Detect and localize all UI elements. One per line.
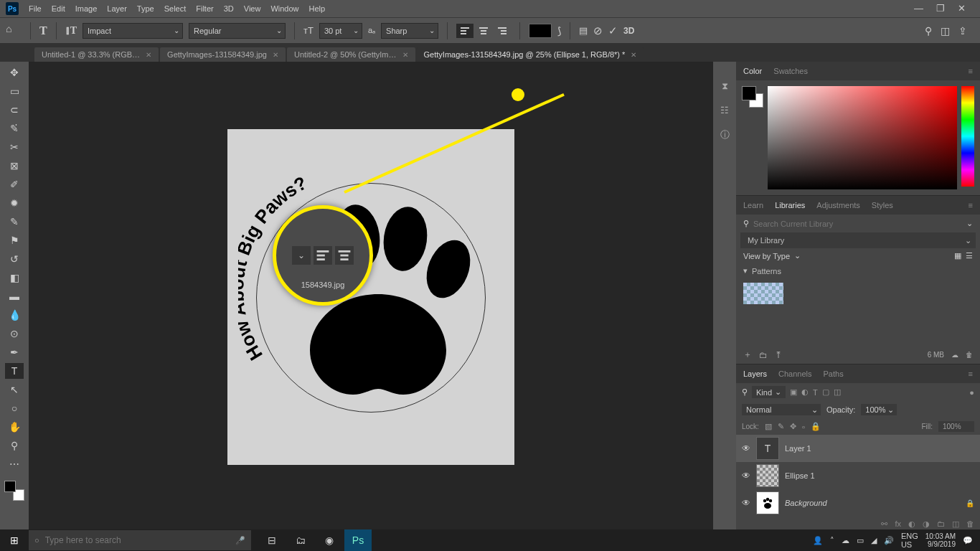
heal-tool[interactable]: ✹	[5, 195, 24, 211]
opacity-dropdown[interactable]: 100%	[861, 404, 897, 415]
lock-paint-icon[interactable]: ✎	[778, 422, 784, 431]
pattern-thumbnail[interactable]	[743, 283, 783, 304]
3d-button[interactable]: 3D	[623, 26, 634, 36]
filter-type-icon[interactable]: T	[813, 388, 818, 397]
lock-artboard-icon[interactable]: ▫	[802, 423, 805, 431]
font-size-dropdown[interactable]: 30 pt	[319, 23, 362, 39]
lasso-tool[interactable]: ⊂	[5, 102, 24, 118]
new-layer-icon[interactable]: ◫	[952, 519, 959, 529]
photoshop-taskbar-icon[interactable]: Ps	[344, 529, 372, 551]
menu-3d[interactable]: 3D	[224, 4, 234, 13]
eyedropper-tool[interactable]: ✐	[5, 176, 24, 192]
battery-icon[interactable]: ▭	[857, 536, 864, 545]
filter-toggle[interactable]: ●	[969, 388, 974, 397]
add-icon[interactable]: ＋	[743, 349, 752, 361]
gradient-tool[interactable]: ▬	[5, 288, 24, 304]
tab-layers[interactable]: Layers	[743, 369, 767, 378]
cloud-icon[interactable]: ☁	[951, 351, 958, 359]
align-center-button[interactable]	[475, 24, 492, 38]
tab-close-icon[interactable]: ✕	[146, 51, 151, 59]
filter-shape-icon[interactable]: ▢	[822, 387, 829, 397]
clock[interactable]: 10:03 AM9/9/2019	[925, 532, 956, 548]
quick-select-tool[interactable]: ✎̇	[5, 121, 24, 136]
lang-indicator[interactable]: ENGUS	[901, 532, 918, 549]
tab-getty-2[interactable]: GettyImages-131584349.jpg @ 25% (Ellipse…	[417, 47, 644, 62]
cancel-icon[interactable]: ⊘	[593, 24, 603, 37]
curved-type[interactable]: How About Big Paws?	[238, 165, 496, 423]
lock-transparent-icon[interactable]: ▧	[765, 422, 772, 431]
upload-icon[interactable]: ⤒	[775, 350, 782, 360]
adjustment-icon[interactable]: ◑	[923, 519, 930, 529]
chrome-icon[interactable]: ◉	[316, 529, 343, 551]
tab-swatches[interactable]: Swatches	[773, 67, 808, 75]
tab-getty-1[interactable]: GettyImages-131584349.jpg✕	[160, 47, 286, 62]
arrange-icon[interactable]: ◫	[941, 25, 950, 37]
library-select[interactable]: My Library	[740, 232, 976, 248]
edit-toolbar[interactable]: ⋯	[5, 456, 24, 472]
folder-icon[interactable]: 🗀	[759, 350, 768, 360]
library-search[interactable]: ⚲ ⌄	[736, 215, 980, 232]
menu-select[interactable]: Select	[164, 4, 187, 13]
search-icon[interactable]: ⚲	[925, 25, 932, 37]
info-icon[interactable]: ⓘ	[720, 128, 730, 141]
minimize-icon[interactable]: —	[914, 3, 923, 14]
layer-name[interactable]: Background	[785, 499, 960, 507]
crop-tool[interactable]: ✂	[5, 139, 24, 155]
tab-untitled-2[interactable]: Untitled-2 @ 50% (GettyIm…✕	[287, 47, 415, 62]
layer-row[interactable]: 👁 Background 🔒	[736, 489, 980, 517]
tab-adjustments[interactable]: Adjustments	[816, 201, 860, 209]
text-color-swatch[interactable]	[529, 24, 552, 38]
filter-smart-icon[interactable]: ◫	[834, 387, 841, 397]
align-left-button[interactable]	[456, 24, 473, 38]
pen-tool[interactable]: ✒	[5, 344, 24, 360]
hand-tool[interactable]: ✋	[5, 419, 24, 435]
patterns-section[interactable]: Patterns	[752, 267, 781, 276]
menu-window[interactable]: Window	[270, 4, 298, 13]
notifications-icon[interactable]: 💬	[963, 536, 973, 545]
frame-tool[interactable]: ⊠	[5, 158, 24, 174]
type-tool-icon[interactable]: T	[39, 24, 47, 37]
disclosure-icon[interactable]: ▾	[743, 266, 748, 276]
filter-adjust-icon[interactable]: ◐	[801, 387, 809, 397]
font-style-dropdown[interactable]: Regular	[189, 23, 286, 39]
menu-file[interactable]: File	[29, 4, 42, 13]
align-right-button[interactable]	[494, 24, 511, 38]
start-button[interactable]: ⊞	[0, 529, 29, 551]
filter-pixel-icon[interactable]: ▣	[790, 387, 797, 397]
chevron-down-icon[interactable]: ⌄	[966, 219, 973, 228]
eraser-tool[interactable]: ◧	[5, 270, 24, 286]
library-search-input[interactable]	[753, 220, 962, 228]
mask-icon[interactable]: ◐	[908, 519, 915, 529]
tab-close-icon[interactable]: ✕	[273, 51, 278, 59]
lock-position-icon[interactable]: ✥	[790, 422, 796, 431]
view-by-label[interactable]: View by Type	[743, 252, 790, 260]
home-icon[interactable]: ⌂	[6, 23, 22, 39]
history-brush-tool[interactable]: ↺	[5, 251, 24, 267]
panel-menu-icon[interactable]: ≡	[969, 201, 973, 209]
share-icon[interactable]: ⇪	[958, 25, 967, 37]
filter-search-icon[interactable]: ⚲	[742, 387, 748, 397]
fill-dropdown[interactable]: 100%	[938, 421, 974, 432]
tab-color[interactable]: Color	[743, 67, 762, 75]
link-icon[interactable]: ⚯	[881, 519, 887, 529]
antialias-dropdown[interactable]: Sharp	[381, 23, 438, 39]
color-field[interactable]	[768, 86, 957, 189]
panel-menu-icon[interactable]: ≡	[969, 369, 973, 378]
volume-icon[interactable]: 🔊	[884, 536, 894, 545]
history-icon[interactable]: ⧗	[722, 80, 728, 92]
people-icon[interactable]: 👤	[813, 536, 823, 545]
blend-mode-dropdown[interactable]: Normal	[742, 404, 821, 415]
foreground-background-colors[interactable]	[4, 481, 24, 501]
path-select-tool[interactable]: ↖	[5, 382, 24, 397]
task-view-icon[interactable]: ⊟	[258, 529, 286, 551]
panel-menu-icon[interactable]: ≡	[969, 67, 973, 75]
shape-tool[interactable]: ○	[5, 400, 24, 416]
tab-libraries[interactable]: Libraries	[775, 201, 805, 209]
menu-layer[interactable]: Layer	[107, 4, 127, 13]
type-tool[interactable]: T	[5, 363, 24, 379]
tab-styles[interactable]: Styles	[872, 201, 893, 209]
trash-icon[interactable]: 🗑	[966, 519, 974, 529]
mic-icon[interactable]: 🎤	[235, 536, 245, 545]
grid-view-icon[interactable]: ▦	[954, 251, 961, 260]
visibility-icon[interactable]: 👁	[742, 471, 750, 481]
